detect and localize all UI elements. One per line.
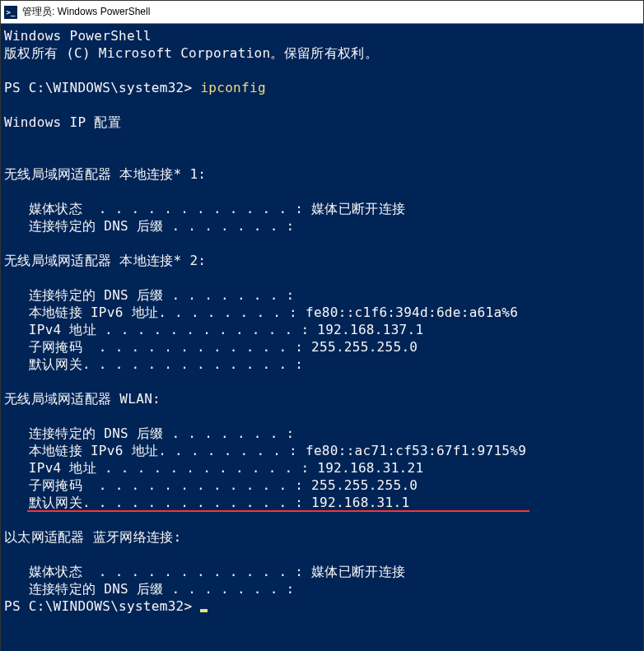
output-line: 连接特定的 DNS 后缀 . . . . . . . : — [4, 286, 640, 304]
output-line: IPv4 地址 . . . . . . . . . . . . : 192.16… — [4, 321, 640, 338]
output-line: 子网掩码 . . . . . . . . . . . . : 255.255.2… — [4, 338, 640, 356]
output-line: 本地链接 IPv6 地址. . . . . . . . : fe80::ac71… — [4, 442, 640, 459]
terminal-output[interactable]: Windows PowerShell版权所有 (C) Microsoft Cor… — [1, 24, 643, 651]
output-line: 连接特定的 DNS 后缀 . . . . . . . : — [4, 425, 640, 442]
output-line: 默认网关. . . . . . . . . . . . . : — [4, 356, 640, 373]
adapter-title: 以太网适配器 蓝牙网络连接: — [4, 528, 640, 546]
powershell-icon-glyph: >_ — [7, 8, 16, 16]
output-line: 媒体状态 . . . . . . . . . . . . : 媒体已断开连接 — [4, 200, 640, 217]
powershell-window: >_ 管理员: Windows PowerShell Windows Power… — [0, 0, 644, 651]
blank-line — [4, 269, 640, 286]
output-line: 连接特定的 DNS 后缀 . . . . . . . : — [4, 217, 640, 235]
blank-line — [4, 373, 640, 390]
default-gateway-line: 默认网关. . . . . . . . . . . . . : 192.168.… — [4, 494, 409, 511]
blank-line — [4, 407, 640, 425]
prompt-path: PS C:\WINDOWS\system32> — [4, 80, 200, 95]
adapter-title: 无线局域网适配器 WLAN: — [4, 390, 640, 407]
adapter-title: 无线局域网适配器 本地连接* 1: — [4, 165, 640, 183]
prompt-line[interactable]: PS C:\WINDOWS\system32> — [4, 598, 640, 615]
window-title: 管理员: Windows PowerShell — [22, 5, 150, 19]
powershell-icon: >_ — [4, 6, 17, 19]
output-line: Windows IP 配置 — [4, 114, 640, 131]
blank-line — [4, 131, 640, 148]
prompt-path: PS C:\WINDOWS\system32> — [4, 598, 200, 614]
output-line: 媒体状态 . . . . . . . . . . . . : 媒体已断开连接 — [4, 563, 640, 580]
blank-line — [4, 148, 640, 165]
blank-line — [4, 183, 640, 200]
output-line: 子网掩码 . . . . . . . . . . . . : 255.255.2… — [4, 477, 640, 494]
output-line: 本地链接 IPv6 地址. . . . . . . . : fe80::c1f6… — [4, 304, 640, 321]
titlebar[interactable]: >_ 管理员: Windows PowerShell — [1, 1, 643, 24]
output-line: IPv4 地址 . . . . . . . . . . . . : 192.16… — [4, 459, 640, 477]
blank-line — [4, 96, 640, 114]
command-text: ipconfig — [200, 80, 265, 95]
blank-line — [4, 235, 640, 252]
cursor — [200, 609, 208, 612]
adapter-title: 无线局域网适配器 本地连接* 2: — [4, 252, 640, 269]
prompt-line: PS C:\WINDOWS\system32> ipconfig — [4, 79, 640, 96]
output-line: 版权所有 (C) Microsoft Corporation。保留所有权利。 — [4, 44, 640, 62]
gateway-text: 默认网关. . . . . . . . . . . . . : 192.168.… — [4, 495, 409, 510]
highlight-underline — [27, 510, 530, 512]
blank-line — [4, 511, 640, 528]
output-line: Windows PowerShell — [4, 27, 640, 44]
output-line: 连接特定的 DNS 后缀 . . . . . . . : — [4, 580, 640, 598]
blank-line — [4, 546, 640, 563]
blank-line — [4, 62, 640, 79]
